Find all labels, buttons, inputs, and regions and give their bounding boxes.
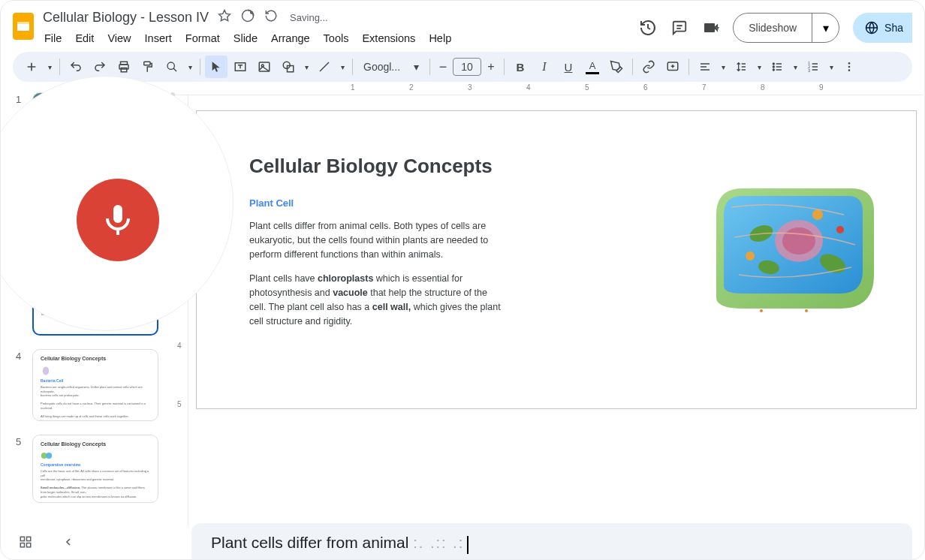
current-slide[interactable]: Cellular Biology Concepts Plant Cell Pla… <box>196 110 917 409</box>
slide-paragraph-1[interactable]: Plant cells differ from animal cells. Bo… <box>249 219 505 261</box>
numbered-list-button[interactable]: 123 <box>802 56 824 78</box>
svg-point-54 <box>116 204 122 209</box>
menu-tools[interactable]: Tools <box>318 29 355 47</box>
font-size-input[interactable]: 10 <box>453 58 481 76</box>
slide-thumb-1[interactable]: Cellular Biology Ms. Roller <box>32 92 158 164</box>
vertical-ruler[interactable]: 1 2 3 4 5 <box>175 95 188 526</box>
notes-typed-text: Plant cells differ from animal <box>211 534 413 551</box>
line-button[interactable] <box>313 56 336 78</box>
slides-logo[interactable] <box>8 11 38 41</box>
font-name-label: Googl... <box>363 61 400 73</box>
underline-button[interactable]: U <box>557 56 580 78</box>
shape-button[interactable] <box>277 56 300 78</box>
thumb-title: Cellular Biology Concepts <box>41 356 150 361</box>
slide-thumb-4[interactable]: Cellular Biology Concepts Bacteria Cell … <box>32 349 158 421</box>
slide-paragraph-2[interactable]: Plant cells have chloroplasts which is e… <box>249 272 505 328</box>
image-button[interactable] <box>253 56 276 78</box>
document-title[interactable]: Cellular Biology - Lesson IV <box>43 10 209 26</box>
menu-extensions[interactable]: Extensions <box>356 29 421 47</box>
meet-button[interactable]: ▾ <box>702 19 719 37</box>
app-header: Cellular Biology - Lesson IV Saving... F… <box>1 1 924 52</box>
text-color-button[interactable]: A <box>581 56 604 78</box>
svg-point-66 <box>836 226 844 233</box>
svg-rect-72 <box>27 543 31 547</box>
line-dropdown[interactable]: ▾ <box>337 63 348 71</box>
numbered-list-dropdown[interactable]: ▾ <box>826 63 836 71</box>
menu-file[interactable]: File <box>43 29 68 47</box>
filmstrip[interactable]: 1 Cellular Biology Ms. Roller 2 3 Cellul… <box>1 82 175 526</box>
link-button[interactable] <box>637 56 660 78</box>
line-spacing-dropdown[interactable]: ▾ <box>754 63 764 71</box>
caret-down-icon: ▾ <box>414 61 419 73</box>
slideshow-button[interactable]: Slideshow ▾ <box>733 13 839 43</box>
svg-point-53 <box>98 212 104 218</box>
slide-thumb-5[interactable]: Cellular Biology Concepts Comparative ov… <box>32 435 158 503</box>
select-tool[interactable] <box>205 56 227 78</box>
svg-rect-70 <box>27 537 31 540</box>
slide-canvas[interactable]: Cellular Biology Concepts Plant Cell Pla… <box>188 95 924 526</box>
svg-rect-2 <box>17 22 29 24</box>
undo-button[interactable] <box>65 56 87 78</box>
grid-view-icon[interactable] <box>19 535 32 552</box>
svg-point-58 <box>46 453 52 459</box>
svg-marker-3 <box>219 11 230 21</box>
slide-subtitle[interactable]: Plant Cell <box>249 197 679 209</box>
svg-point-68 <box>805 309 808 312</box>
paint-format-button[interactable] <box>137 56 159 78</box>
align-button[interactable] <box>694 56 716 78</box>
slide-text-content[interactable]: Cellular Biology Concepts Plant Cell Pla… <box>249 155 679 381</box>
plant-cell-image[interactable] <box>694 162 889 335</box>
horizontal-ruler[interactable]: 1 2 3 4 5 6 7 8 9 <box>175 82 923 95</box>
comment-icon[interactable] <box>670 19 688 37</box>
font-size-minus[interactable]: − <box>435 56 451 78</box>
slide-thumb-2[interactable] <box>32 178 158 250</box>
menu-edit[interactable]: Edit <box>69 29 100 47</box>
align-dropdown[interactable]: ▾ <box>718 63 728 71</box>
new-slide-button[interactable] <box>20 56 43 78</box>
history-icon[interactable] <box>639 19 657 37</box>
svg-point-36 <box>773 66 774 68</box>
bold-button[interactable]: B <box>509 56 532 78</box>
redo-button[interactable] <box>89 56 111 78</box>
font-selector[interactable]: Googl...▾ <box>357 61 425 73</box>
shape-dropdown[interactable]: ▾ <box>301 63 312 71</box>
print-button[interactable] <box>113 56 135 78</box>
line-spacing-button[interactable] <box>730 56 752 78</box>
svg-text:3: 3 <box>808 69 810 73</box>
font-size-plus[interactable]: + <box>483 56 499 78</box>
share-button[interactable]: Sha <box>853 13 912 43</box>
approvals-icon[interactable] <box>240 8 255 26</box>
star-icon[interactable] <box>218 9 231 26</box>
highlight-button[interactable] <box>605 56 628 78</box>
reload-icon[interactable] <box>264 9 278 26</box>
menu-view[interactable]: View <box>101 29 137 47</box>
slideshow-dropdown[interactable]: ▾ <box>812 14 839 42</box>
chevron-left-icon[interactable] <box>62 536 74 551</box>
comment-add-button[interactable] <box>661 56 684 78</box>
bullet-list-dropdown[interactable]: ▾ <box>790 63 800 71</box>
menu-insert[interactable]: Insert <box>139 29 178 47</box>
canvas-area: 1 2 3 4 5 6 7 8 9 1 2 3 4 5 Cellular Bio… <box>175 82 924 526</box>
menu-help[interactable]: Help <box>423 29 457 47</box>
new-slide-dropdown[interactable]: ▾ <box>44 63 55 71</box>
menu-format[interactable]: Format <box>179 29 226 47</box>
zoom-button[interactable] <box>161 56 183 78</box>
menu-arrange[interactable]: Arrange <box>265 29 316 47</box>
text-cursor <box>467 536 469 554</box>
thumb-title: Cellular Biology <box>42 122 149 128</box>
svg-point-56 <box>43 366 49 375</box>
svg-point-15 <box>167 62 174 69</box>
zoom-dropdown[interactable]: ▾ <box>185 63 195 71</box>
svg-line-16 <box>173 68 176 71</box>
menu-slide[interactable]: Slide <box>227 29 264 47</box>
slide-title[interactable]: Cellular Biology Concepts <box>249 155 679 178</box>
thumb-subtitle: Plant Cell <box>41 285 104 289</box>
slide-thumb-3[interactable]: Cellular Biology Concepts Plant Cell Pla… <box>32 263 158 336</box>
more-button[interactable] <box>838 56 860 78</box>
bullet-list-button[interactable] <box>766 56 788 78</box>
italic-button[interactable]: I <box>533 56 556 78</box>
speaker-notes[interactable]: Plant cells differ from animal :. .:: .: <box>191 523 912 560</box>
textbox-button[interactable] <box>229 56 252 78</box>
svg-point-55 <box>128 285 134 291</box>
svg-point-48 <box>848 66 851 68</box>
